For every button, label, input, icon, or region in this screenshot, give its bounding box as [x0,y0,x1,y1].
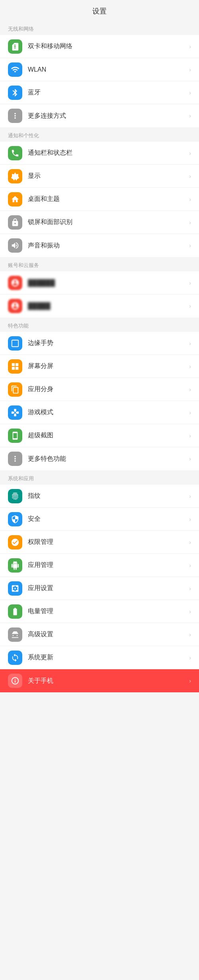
sound-label: 声音和振动 [28,242,189,250]
advanced-label: 高级设置 [28,630,189,639]
wlan-label: WLAN [28,66,189,73]
list-item-app-settings[interactable]: 应用设置› [0,577,199,600]
list-item-desktop[interactable]: 桌面和主题› [0,188,199,211]
game-mode-chevron: › [189,409,191,416]
list-item-battery[interactable]: 电量管理› [0,600,199,623]
notification-chevron: › [189,150,191,156]
list-item-dual-sim[interactable]: 双卡和移动网络› [0,35,199,58]
account2-icon [8,299,22,313]
list-item-more-connections[interactable]: 更多连接方式› [0,104,199,127]
list-item-sound[interactable]: 声音和振动› [0,234,199,257]
section-body-3: 边缘手势›屏幕分屏›应用分身›游戏模式›超级截图›更多特色功能› [0,332,199,470]
split-screen-label: 屏幕分屏 [28,362,189,370]
dual-sim-icon [8,39,22,54]
edge-gesture-chevron: › [189,340,191,347]
section-3: 特色功能边缘手势›屏幕分屏›应用分身›游戏模式›超级截图›更多特色功能› [0,318,199,470]
game-mode-label: 游戏模式 [28,408,189,417]
desktop-chevron: › [189,196,191,203]
about-chevron: › [189,678,191,684]
list-item-security[interactable]: 安全› [0,508,199,531]
list-item-bluetooth[interactable]: 蓝牙› [0,81,199,104]
screenshot-icon [8,429,22,443]
security-icon [8,512,22,526]
about-label: 关于手机 [28,677,189,685]
app-settings-icon [8,581,22,596]
list-item-app-manage[interactable]: 应用管理› [0,554,199,577]
more-features-chevron: › [189,456,191,462]
fingerprint-icon [8,489,22,503]
display-chevron: › [189,173,191,179]
fingerprint-label: 指纹 [28,492,189,500]
notification-label: 通知栏和状态栏 [28,149,189,157]
sound-chevron: › [189,242,191,249]
sound-icon [8,238,22,253]
list-item-screenshot[interactable]: 超级截图› [0,424,199,447]
list-item-account1[interactable]: ██████› [0,271,199,294]
list-item-advanced[interactable]: 高级设置› [0,623,199,646]
list-item-account2[interactable]: █████› [0,294,199,318]
dual-sim-chevron: › [189,43,191,50]
page-title: 设置 [0,0,199,21]
list-item-edge-gesture[interactable]: 边缘手势› [0,332,199,355]
section-header-3: 特色功能 [0,318,199,332]
account1-chevron: › [189,280,191,286]
permissions-chevron: › [189,539,191,546]
list-item-split-screen[interactable]: 屏幕分屏› [0,355,199,378]
list-item-more-features[interactable]: 更多特色功能› [0,447,199,470]
list-item-notification[interactable]: 通知栏和状态栏› [0,142,199,165]
app-settings-chevron: › [189,585,191,592]
bluetooth-icon [8,86,22,100]
app-clone-label: 应用分身 [28,385,189,394]
game-mode-icon [8,405,22,420]
more-connections-chevron: › [189,113,191,119]
list-item-permissions[interactable]: 权限管理› [0,531,199,554]
section-body-0: 双卡和移动网络›WLAN›蓝牙›更多连接方式› [0,35,199,127]
list-item-lockscreen[interactable]: 锁屏和面部识别› [0,211,199,234]
list-item-update[interactable]: 系统更新› [0,646,199,669]
advanced-icon [8,627,22,642]
split-screen-icon [8,359,22,374]
list-item-app-clone[interactable]: 应用分身› [0,378,199,401]
section-body-1: 通知栏和状态栏›显示›桌面和主题›锁屏和面部识别›声音和振动› [0,142,199,257]
fingerprint-chevron: › [189,493,191,499]
more-features-icon [8,452,22,466]
wlan-chevron: › [189,66,191,73]
section-header-2: 账号和云服务 [0,257,199,271]
update-icon [8,651,22,665]
list-item-about[interactable]: 关于手机› [0,669,199,692]
permissions-icon [8,535,22,549]
account1-icon [8,276,22,290]
wlan-icon [8,62,22,77]
list-item-fingerprint[interactable]: 指纹› [0,485,199,508]
app-clone-chevron: › [189,386,191,393]
section-body-4: 指纹›安全›权限管理›应用管理›应用设置›电量管理›高级设置›系统更新›关于手机… [0,485,199,692]
notification-icon [8,146,22,160]
update-chevron: › [189,655,191,661]
section-header-1: 通知和个性化 [0,127,199,142]
list-item-wlan[interactable]: WLAN› [0,58,199,81]
svg-rect-1 [12,340,19,347]
app-manage-chevron: › [189,562,191,569]
display-label: 显示 [28,172,189,180]
lockscreen-label: 锁屏和面部识别 [28,218,189,226]
section-2: 账号和云服务██████›█████› [0,257,199,318]
list-item-game-mode[interactable]: 游戏模式› [0,401,199,424]
account2-chevron: › [189,303,191,309]
lockscreen-chevron: › [189,219,191,226]
app-manage-icon [8,558,22,573]
battery-chevron: › [189,608,191,615]
more-connections-icon [8,109,22,123]
split-screen-chevron: › [189,363,191,370]
app-settings-label: 应用设置 [28,584,189,592]
bluetooth-chevron: › [189,90,191,96]
list-item-display[interactable]: 显示› [0,165,199,188]
section-4: 系统和应用指纹›安全›权限管理›应用管理›应用设置›电量管理›高级设置›系统更新… [0,470,199,692]
display-icon [8,169,22,183]
battery-icon [8,604,22,619]
section-header-0: 无线和网络 [0,21,199,35]
section-header-4: 系统和应用 [0,470,199,485]
screenshot-label: 超级截图 [28,431,189,440]
section-1: 通知和个性化通知栏和状态栏›显示›桌面和主题›锁屏和面部识别›声音和振动› [0,127,199,257]
account1-label: ██████ [28,279,189,286]
edge-gesture-label: 边缘手势 [28,339,189,347]
